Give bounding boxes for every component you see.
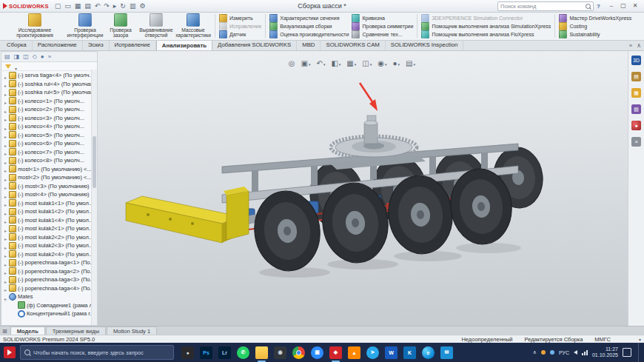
file-properties-icon[interactable]: ▥ <box>130 1 136 11</box>
expand-arrow-icon[interactable] <box>3 216 8 225</box>
file-explorer-icon[interactable]: ▦ <box>631 88 641 98</box>
command-tab[interactable]: Анализировать <box>156 40 212 50</box>
feature-tree-item[interactable]: (-) колесо<1> (По умолч... <box>1 97 97 106</box>
command-tab[interactable]: Сборка <box>1 40 33 50</box>
feature-tree-item[interactable]: most<1> (По умолчанию) <... <box>1 165 97 174</box>
expand-arrow-icon[interactable] <box>3 173 8 182</box>
pin-commandmanager-icon[interactable]: » <box>629 42 632 49</box>
feature-tree-item[interactable]: (-) колесо<8> (По умолч... <box>1 156 97 165</box>
costing-button[interactable]: Costing <box>559 22 631 30</box>
feature-tree-item[interactable]: most<2> (По умолчанию) <... <box>1 173 97 182</box>
expand-arrow-icon[interactable] <box>3 258 8 267</box>
maximize-button[interactable]: ▢ <box>617 1 629 11</box>
taskbar-app-edge[interactable]: e <box>422 346 435 359</box>
expand-arrow-icon[interactable] <box>3 275 8 284</box>
expand-arrow-icon[interactable] <box>3 224 8 233</box>
feature-tree-item[interactable]: (-) poperechnaa-taga<4> (По... <box>1 284 97 293</box>
feature-tree-item[interactable]: (-) колесо<5> (По умолч... <box>1 131 97 140</box>
appearances-icon[interactable]: ● <box>631 121 641 130</box>
driveworksxpress-wizard-button[interactable]: Мастер DriveWorksXpress <box>559 14 631 21</box>
custom-properties-icon[interactable]: ≡ <box>631 137 641 147</box>
close-button[interactable]: ✕ <box>629 1 641 11</box>
feature-tree-item[interactable]: (-) most<4> (По умолчанию) <box>1 190 97 199</box>
feature-tree-item[interactable]: (-) колесо<4> (По умолч... <box>1 122 97 131</box>
expand-arrow-icon[interactable] <box>3 207 8 216</box>
taskbar-app-camera[interactable]: ◉ <box>274 346 286 359</box>
rebuild-icon[interactable]: ↻ <box>120 1 126 11</box>
sensor-button[interactable]: Датчик <box>219 30 261 38</box>
section-properties-button[interactable]: Характеристики сечения <box>269 14 349 21</box>
feature-tree-item[interactable]: (-) most<3> (По умолчанию) <box>1 182 97 191</box>
taskbar-app-kompas[interactable]: K <box>403 346 416 359</box>
taskbar-app-word[interactable]: W <box>385 346 398 359</box>
3dexperience-icon[interactable]: 3D <box>631 56 641 65</box>
feature-tree-item[interactable]: (-) most kulak1<1> (По умол... <box>1 199 97 208</box>
feature-tree-item[interactable]: (-) колесо<6> (По умолч... <box>1 139 97 148</box>
more-tabs-icon[interactable]: » <box>48 53 51 60</box>
displaymanager-tab-icon[interactable]: ● <box>41 53 44 60</box>
filter-options-icon[interactable] <box>15 60 17 73</box>
feature-tree-item[interactable]: (-) most kulak2<2> (По умол... <box>1 233 97 242</box>
command-tab[interactable]: Исправление <box>110 40 156 50</box>
language-indicator[interactable]: РУС <box>559 350 569 355</box>
expand-arrow-icon[interactable] <box>3 250 8 259</box>
sustainability-button[interactable]: Sustainability <box>559 30 631 38</box>
feature-tree-item[interactable]: (-) most kulak1<4> (По умол... <box>1 216 97 225</box>
filter-icon[interactable] <box>5 64 11 69</box>
floxpress-wizard-button[interactable]: Помощник выполнения анализа FloXpress <box>421 30 551 38</box>
feature-tree-item[interactable]: (-) колесо<2> (По умолч... <box>1 105 97 114</box>
expand-arrow-icon[interactable] <box>3 80 8 89</box>
expand-arrow-icon[interactable] <box>3 199 8 208</box>
taskbar-app-lightroom[interactable]: Lr <box>218 346 231 359</box>
feature-tree-item[interactable]: (-) most kulak2<3> (По умол... <box>1 241 97 250</box>
command-tab[interactable]: SOLIDWORKS Inspection <box>386 40 464 50</box>
tree-scrollbar[interactable] <box>91 70 97 325</box>
command-tab[interactable]: Эскиз <box>83 40 110 50</box>
expand-arrow-icon[interactable] <box>3 114 8 123</box>
display-style-icon[interactable]: ◫ <box>362 59 372 67</box>
feature-tree-item[interactable]: (-) most kulak2<4> (По умол... <box>1 250 97 259</box>
design-library-icon[interactable]: ▤ <box>631 72 641 81</box>
taskbar-search-input[interactable]: Чтобы начать поиск, введите здесь запрос <box>20 345 174 360</box>
new-file-icon[interactable]: ▢ <box>55 1 61 11</box>
taskbar-app-zoom[interactable]: ▣ <box>311 346 323 359</box>
expand-arrow-icon[interactable] <box>3 233 8 242</box>
start-button[interactable] <box>4 346 16 358</box>
save-icon[interactable]: ▦ <box>75 1 81 11</box>
repair-button[interactable]: Исправление <box>219 22 261 30</box>
expand-arrow-icon[interactable] <box>3 97 8 106</box>
expand-arrow-icon[interactable] <box>3 165 8 174</box>
redo-icon[interactable]: ↷ <box>104 1 110 11</box>
tray-expand-icon[interactable] <box>533 349 537 355</box>
expand-arrow-icon[interactable] <box>3 105 8 114</box>
expand-arrow-icon[interactable] <box>3 182 8 191</box>
expand-arrow-icon[interactable] <box>3 190 8 199</box>
print-icon[interactable]: ▤ <box>84 1 91 11</box>
edit-appearance-icon[interactable]: ● <box>393 59 400 67</box>
collapse-commandmanager-icon[interactable]: ∧ <box>637 42 641 49</box>
expand-arrow-icon[interactable] <box>3 139 8 148</box>
command-tab[interactable]: MBD <box>297 40 321 50</box>
taskbar-app-whatsapp[interactable]: ✆ <box>237 346 249 359</box>
feature-tree-item[interactable]: (-) poperechnaa-taga<3> (По... <box>1 275 97 284</box>
open-file-icon[interactable]: ▭ <box>64 1 71 11</box>
featuremanager-tab-icon[interactable]: ▤ <box>4 53 10 60</box>
options-icon[interactable]: ⚙ <box>139 1 145 11</box>
feature-tree-item[interactable]: (-) serva tiaga<4> (По умолч... <box>1 71 97 80</box>
hide-show-items-icon[interactable]: ◉ <box>378 59 386 67</box>
taskbar-app-explorer[interactable] <box>255 346 268 359</box>
expand-arrow-icon[interactable] <box>3 88 8 97</box>
select-icon[interactable]: ▸ <box>113 1 117 11</box>
section-view-icon[interactable]: ◧ <box>331 59 341 67</box>
design-study-button[interactable]: Исследование проектирования <box>2 12 67 40</box>
curvature-button[interactable]: Кривизна <box>352 14 413 21</box>
taskbar-app-chrome[interactable] <box>292 346 305 359</box>
feature-tree-item[interactable]: Mates <box>1 292 97 301</box>
taskbar-app-mail[interactable]: ✉ <box>440 346 453 359</box>
expand-arrow-icon[interactable] <box>3 292 8 301</box>
expand-arrow-icon[interactable] <box>3 284 8 293</box>
taskbar-app-telegram[interactable]: ➤ <box>366 346 379 359</box>
help-icon[interactable]: ? <box>597 3 600 10</box>
tray-app-icon[interactable] <box>550 350 554 355</box>
interference-check-button[interactable]: Проверка интерференции <box>67 12 103 40</box>
